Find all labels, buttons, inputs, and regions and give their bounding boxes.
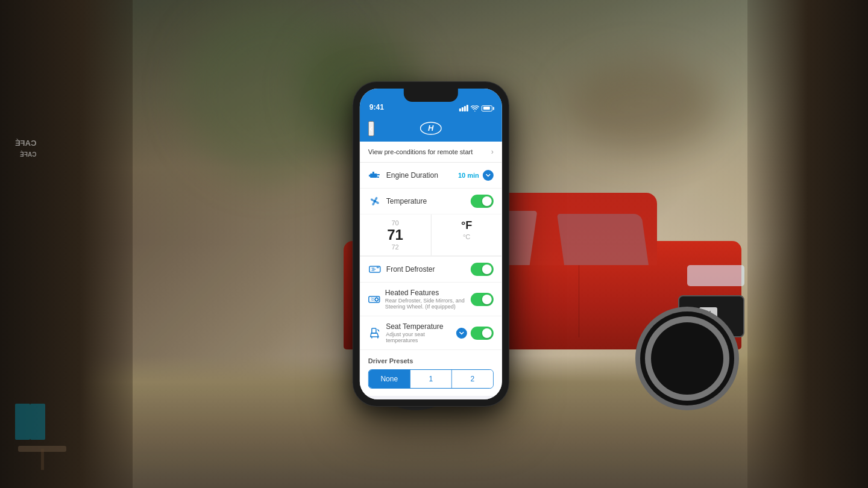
submit-section: Submit xyxy=(360,396,502,399)
presets-buttons: None 1 2 xyxy=(368,369,494,389)
front-defroster-left: Front Defroster xyxy=(368,263,435,276)
preset-none-button[interactable]: None xyxy=(369,370,410,388)
temperature-icon xyxy=(368,195,382,208)
temp-unit-c: °C xyxy=(463,233,470,240)
phone-frame: 9:41 xyxy=(353,81,509,407)
engine-duration-label: Engine Duration xyxy=(386,171,438,180)
temp-current: 71 xyxy=(387,228,403,242)
front-defroster-icon xyxy=(368,263,382,276)
car-logo: H xyxy=(699,307,717,319)
temperature-left: Temperature xyxy=(368,195,427,208)
driver-presets-label: Driver Presets xyxy=(368,357,494,364)
temperature-label: Temperature xyxy=(386,197,427,205)
engine-duration-left: Engine Duration xyxy=(368,169,438,182)
temp-prev: 70 xyxy=(391,219,398,227)
driver-presets-section: Driver Presets None 1 2 xyxy=(360,350,502,396)
chairs xyxy=(12,380,48,440)
front-defroster-label: Front Defroster xyxy=(386,265,435,274)
seat-temperature-left: Seat Temperature Adjust your seat temper… xyxy=(368,322,456,343)
heated-features-sublabel: Rear Defroster, Side Mirrors, and Steeri… xyxy=(385,298,471,310)
heated-features-row[interactable]: Heated Features Rear Defroster, Side Mir… xyxy=(360,283,502,316)
back-button[interactable]: ‹ xyxy=(368,121,374,136)
temp-unit-f: °F xyxy=(461,219,472,232)
cafe-sign: CAFÉ CAFÉ xyxy=(15,139,36,158)
car-rear-window xyxy=(557,214,649,265)
chevron-down-seat-svg xyxy=(459,331,464,336)
heated-features-toggle[interactable] xyxy=(471,293,494,306)
chevron-down-svg xyxy=(486,173,491,178)
seat-temperature-text: Seat Temperature Adjust your seat temper… xyxy=(386,322,456,343)
hyundai-logo: H xyxy=(420,117,442,139)
car-headlight xyxy=(687,265,744,286)
door-frame-right xyxy=(747,0,868,488)
preset-2-button[interactable]: 2 xyxy=(452,370,493,388)
fan-svg xyxy=(369,195,381,207)
battery-icon xyxy=(482,105,492,111)
seat-temperature-icon xyxy=(368,327,381,340)
defroster-svg xyxy=(369,264,381,274)
engine-duration-right: 10 min xyxy=(458,170,494,181)
svg-rect-4 xyxy=(377,174,380,175)
phone-wrapper: 9:41 xyxy=(353,81,509,407)
engine-duration-row[interactable]: Engine Duration 10 min xyxy=(360,163,502,189)
svg-rect-5 xyxy=(369,175,370,177)
seat-temp-expand-icon[interactable] xyxy=(456,328,467,339)
front-defroster-row[interactable]: Front Defroster xyxy=(360,257,502,283)
table-leg xyxy=(41,449,44,470)
phone-screen: 9:41 xyxy=(360,89,502,399)
notch xyxy=(404,89,458,102)
temp-next: 72 xyxy=(391,243,398,251)
engine-svg xyxy=(369,170,381,180)
seat-temperature-sublabel: Adjust your seat temperatures xyxy=(386,331,456,343)
svg-rect-3 xyxy=(373,172,374,174)
signal-icon xyxy=(459,105,468,111)
car-wheel-rear xyxy=(651,322,723,395)
svg-text:H: H xyxy=(428,124,434,133)
heated-features-text: Heated Features Rear Defroster, Side Mir… xyxy=(385,289,471,310)
car-door-line-2 xyxy=(579,265,579,337)
duration-chevron-icon[interactable] xyxy=(483,170,494,181)
wifi-icon xyxy=(471,105,479,111)
status-icons xyxy=(459,105,492,111)
navigation-bar: ‹ H xyxy=(360,115,502,142)
seat-temperature-toggle[interactable] xyxy=(471,327,494,340)
front-defroster-toggle[interactable] xyxy=(471,263,494,276)
temperature-picker: 70 71 72 °F °C xyxy=(360,214,502,256)
seat-temperature-label: Seat Temperature xyxy=(386,322,456,331)
engine-duration-value: 10 min xyxy=(458,172,479,179)
temp-number-col[interactable]: 70 71 72 xyxy=(360,214,432,255)
seat-temperature-row[interactable]: Seat Temperature Adjust your seat temper… xyxy=(360,316,502,350)
heated-features-label: Heated Features xyxy=(385,289,471,297)
preset-1-button[interactable]: 1 xyxy=(410,370,452,388)
svg-rect-6 xyxy=(377,177,379,178)
heated-svg xyxy=(368,295,380,304)
preconditions-label: View pre-conditions for remote start xyxy=(368,148,473,155)
chevron-right-icon: › xyxy=(491,148,494,156)
heated-features-icon xyxy=(368,293,380,306)
svg-rect-2 xyxy=(370,174,377,178)
seat-svg xyxy=(368,328,380,339)
svg-point-7 xyxy=(373,200,376,203)
temp-unit-col[interactable]: °F °C xyxy=(431,214,502,255)
temperature-header: Temperature xyxy=(360,189,502,214)
seat-temperature-right xyxy=(456,327,494,340)
engine-icon xyxy=(368,169,382,182)
temperature-section: Temperature 70 71 72 °F °C xyxy=(360,189,502,257)
temperature-toggle[interactable] xyxy=(471,195,494,208)
preconditions-row[interactable]: View pre-conditions for remote start › xyxy=(360,142,502,163)
door-frame-left: CAFÉ CAFÉ xyxy=(0,0,133,488)
status-time: 9:41 xyxy=(370,103,384,111)
heated-features-left: Heated Features Rear Defroster, Side Mir… xyxy=(368,289,471,310)
hyundai-logo-svg: H xyxy=(420,119,442,137)
